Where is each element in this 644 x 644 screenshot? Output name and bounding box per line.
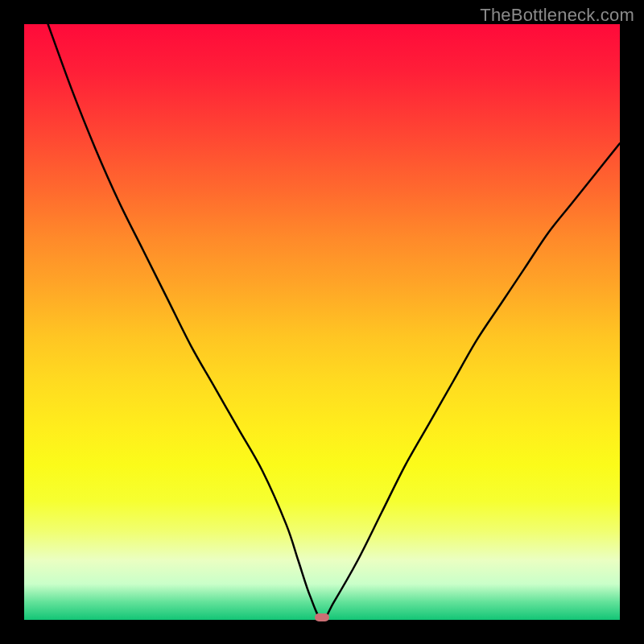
plot-area: [24, 24, 620, 620]
bottleneck-curve: [24, 24, 620, 620]
chart-frame: TheBottleneck.com: [0, 0, 644, 644]
minimum-marker: [315, 613, 329, 621]
watermark-text: TheBottleneck.com: [480, 5, 634, 26]
